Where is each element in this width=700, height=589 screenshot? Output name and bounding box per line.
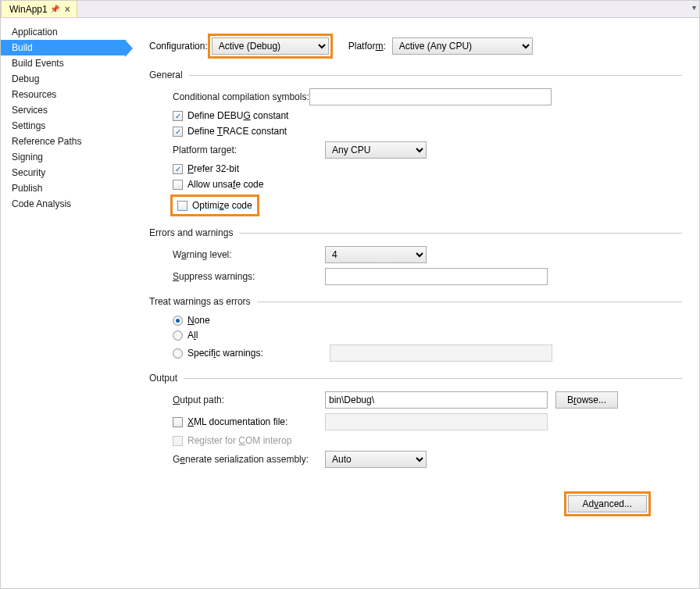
checkbox-label: Allow unsafe code <box>188 179 263 190</box>
section-title: Treat warnings as errors <box>149 296 251 307</box>
radio-label: Specific warnings: <box>188 348 330 359</box>
conditional-symbols-input[interactable] <box>309 88 552 105</box>
sidebar-item-label: Build Events <box>12 58 64 69</box>
sidebar-item-publish[interactable]: Publish <box>1 180 126 196</box>
output-path-label: Output path: <box>173 394 325 405</box>
conditional-symbols-row: Conditional compilation symbols: <box>173 88 682 105</box>
sidebar-item-resources[interactable]: Resources <box>1 87 126 102</box>
platform-target-row: Platform target: Any CPU <box>173 141 682 159</box>
checkbox-icon: ✓ <box>173 164 183 174</box>
configuration-label: Configuration: <box>149 41 208 52</box>
suppress-warnings-row: Suppress warnings: <box>173 268 682 285</box>
sidebar-item-label: Security <box>12 167 45 178</box>
radio-icon <box>173 316 183 326</box>
sidebar: Application Build Build Events Debug Res… <box>1 18 126 588</box>
checkbox-label: Define TRACE constant <box>188 126 287 137</box>
specific-warnings-input <box>330 344 552 362</box>
checkbox-label: Define DEBUG constant <box>188 110 288 121</box>
suppress-warnings-input[interactable] <box>325 268 548 285</box>
section-errors: Errors and warnings <box>149 227 682 238</box>
sidebar-item-label: Settings <box>12 120 45 131</box>
sidebar-item-build[interactable]: Build <box>1 40 126 55</box>
gen-serialization-row: Generate serialization assembly: Auto <box>173 451 682 468</box>
sidebar-item-reference-paths[interactable]: Reference Paths <box>1 134 126 149</box>
advanced-button[interactable]: Advanced... <box>568 495 647 512</box>
advanced-highlight: Advanced... <box>564 491 651 516</box>
checkbox-label: Optimize code <box>192 200 252 211</box>
gen-serialization-select[interactable]: Auto <box>325 451 427 468</box>
main: Application Build Build Events Debug Res… <box>1 18 699 588</box>
pin-icon[interactable]: 📌 <box>51 5 59 13</box>
sidebar-item-signing[interactable]: Signing <box>1 149 126 165</box>
xml-doc-checkbox[interactable]: XML documentation file: <box>173 413 682 430</box>
sidebar-item-security[interactable]: Security <box>1 165 126 180</box>
radio-label: None <box>188 315 210 326</box>
register-com-checkbox: Register for COM interop <box>173 435 682 446</box>
output-path-input[interactable] <box>325 391 548 409</box>
divider <box>239 233 682 234</box>
checkbox-icon: ✓ <box>173 111 183 121</box>
output-path-row: Output path: Browse... <box>173 391 682 409</box>
checkbox-icon <box>173 436 183 446</box>
treat-specific-radio[interactable]: Specific warnings: <box>173 344 682 362</box>
sidebar-item-label: Signing <box>12 152 43 162</box>
sidebar-item-label: Publish <box>12 183 42 194</box>
radio-icon <box>173 330 183 341</box>
sidebar-item-application[interactable]: Application <box>1 24 126 40</box>
section-title: Errors and warnings <box>149 227 233 238</box>
section-title: Output <box>149 373 177 384</box>
sidebar-item-label: Application <box>12 27 58 37</box>
sidebar-item-settings[interactable]: Settings <box>1 118 126 134</box>
sidebar-item-code-analysis[interactable]: Code Analysis <box>1 196 126 212</box>
warning-level-row: Warning level: 4 <box>173 246 682 263</box>
content: Configuration: Active (Debug) Platform: … <box>126 18 699 588</box>
document-tab[interactable]: WinApp1 📌 × <box>1 0 77 17</box>
platform-target-select[interactable]: Any CPU <box>325 141 427 159</box>
sidebar-item-label: Services <box>12 105 48 116</box>
checkbox-icon <box>173 180 183 190</box>
divider <box>189 75 682 76</box>
sidebar-item-debug[interactable]: Debug <box>1 71 126 87</box>
xml-doc-input <box>325 413 548 430</box>
warning-level-select[interactable]: 4 <box>325 246 427 263</box>
suppress-warnings-label: Suppress warnings: <box>173 271 325 282</box>
sidebar-item-label: Resources <box>12 89 56 100</box>
platform-select[interactable]: Active (Any CPU) <box>392 37 533 55</box>
checkbox-label: XML documentation file: <box>188 416 325 427</box>
checkbox-label: Prefer 32-bit <box>188 163 239 174</box>
optimize-code-checkbox[interactable]: Optimize code <box>174 198 255 212</box>
tab-dropdown-icon[interactable]: ▾ <box>692 3 696 12</box>
config-platform-row: Configuration: Active (Debug) Platform: … <box>149 34 682 59</box>
configuration-highlight: Active (Debug) <box>208 34 333 59</box>
sidebar-item-services[interactable]: Services <box>1 102 126 118</box>
section-title: General <box>149 70 183 80</box>
sidebar-item-label: Reference Paths <box>12 136 81 147</box>
define-trace-checkbox[interactable]: ✓Define TRACE constant <box>173 126 682 137</box>
sidebar-item-label: Build <box>12 42 33 53</box>
configuration-select[interactable]: Active (Debug) <box>212 37 329 55</box>
treat-none-radio[interactable]: None <box>173 315 682 326</box>
radio-icon <box>173 348 183 359</box>
close-icon[interactable]: × <box>65 4 70 15</box>
sidebar-item-label: Code Analysis <box>12 198 71 209</box>
tab-bar: WinApp1 📌 × ▾ <box>1 1 699 18</box>
divider <box>257 302 682 302</box>
warning-level-label: Warning level: <box>173 249 325 260</box>
define-debug-checkbox[interactable]: ✓Define DEBUG constant <box>173 110 682 121</box>
radio-label: All <box>188 330 198 341</box>
browse-button[interactable]: Browse... <box>555 391 618 409</box>
section-general: General <box>149 70 682 80</box>
allow-unsafe-checkbox[interactable]: Allow unsafe code <box>173 179 682 190</box>
section-treat: Treat warnings as errors <box>149 296 682 307</box>
checkbox-icon <box>177 201 188 211</box>
platform-target-label: Platform target: <box>173 145 325 155</box>
checkbox-icon: ✓ <box>173 127 183 137</box>
optimize-highlight: Optimize code <box>170 195 259 216</box>
treat-all-radio[interactable]: All <box>173 330 682 341</box>
gen-serialization-label: Generate serialization assembly: <box>173 454 325 465</box>
section-output: Output <box>149 373 682 384</box>
sidebar-item-label: Debug <box>12 73 39 84</box>
sidebar-item-build-events[interactable]: Build Events <box>1 55 126 71</box>
tab-title: WinApp1 <box>9 4 48 15</box>
prefer-32bit-checkbox[interactable]: ✓Prefer 32-bit <box>173 163 682 174</box>
